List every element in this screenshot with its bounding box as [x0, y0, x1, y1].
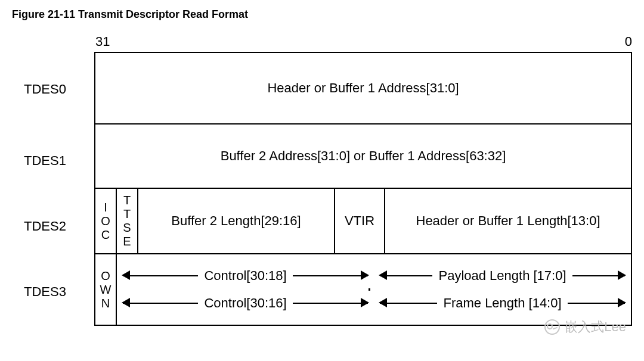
figure-body: TDES0 TDES1 TDES2 TDES3 31 0	[11, 34, 633, 326]
tdes2-hbuf1len-cell: Header or Buffer 1 Length[13:0]	[385, 188, 631, 254]
page: Figure 21-11 Transmit Descriptor Read Fo…	[0, 0, 644, 361]
figure-title: Figure 21-11 Transmit Descriptor Read Fo…	[12, 8, 633, 21]
bit-msb: 31	[95, 34, 110, 49]
tdes0-cell: Header or Buffer 1 Address[31:0]	[95, 52, 631, 124]
tdes2-buf2len-cell: Buffer 2 Length[29:16]	[138, 188, 335, 254]
tdes3-payload-length: Payload Length [17:0]	[432, 268, 572, 283]
bit-index-row: 31 0	[94, 34, 633, 52]
tdes3-own-cell: O W N	[95, 254, 116, 325]
tdes3-control-30-16: Control[30:16]	[198, 295, 292, 310]
tdes3-frame-length: Frame Length [14:0]	[437, 295, 567, 310]
tdes1-label: TDES1	[24, 153, 66, 169]
tdes3-top-left: Control[30:16]	[117, 295, 374, 311]
tdes3-own-text: O W N	[95, 269, 116, 310]
tdes3-label: TDES3	[24, 284, 66, 300]
tdes3-bot-right: Payload Length [17:0]	[374, 268, 631, 284]
tdes3-top-right: Frame Length [14:0]	[374, 295, 631, 311]
tdes3-top-row: Control[30:16] Frame Length [14:0]	[117, 295, 631, 311]
tdes2-vtir-cell: VTIR	[335, 188, 385, 254]
tdes2-ioc-text: I O C	[95, 201, 116, 242]
tdes3-bottom-row: Control[30:18] Payload Length [17:0]	[117, 268, 631, 284]
tdes2-ttse-text: T T S E	[117, 194, 137, 248]
tdes3-body-cell: Control[30:16] Frame Length [14:0]	[116, 254, 631, 325]
register-diagram: 31 0 Header or Buffer 1 Address[31:0]	[94, 34, 633, 326]
tdes1-cell: Buffer 2 Address[31:0] or Buffer 1 Addre…	[95, 124, 631, 188]
tdes2-label: TDES2	[24, 219, 66, 234]
tdes3-center-divider	[369, 288, 370, 291]
tdes2-ttse-cell: T T S E	[116, 188, 138, 254]
tdes2-ioc-cell: I O C	[95, 188, 116, 254]
bit-lsb: 0	[625, 34, 632, 49]
tdes0-label: TDES0	[24, 82, 66, 97]
register-table: Header or Buffer 1 Address[31:0] Buffer …	[94, 52, 632, 326]
tdes3-control-30-18: Control[30:18]	[198, 268, 292, 283]
tdes3-bot-left: Control[30:18]	[117, 268, 374, 284]
